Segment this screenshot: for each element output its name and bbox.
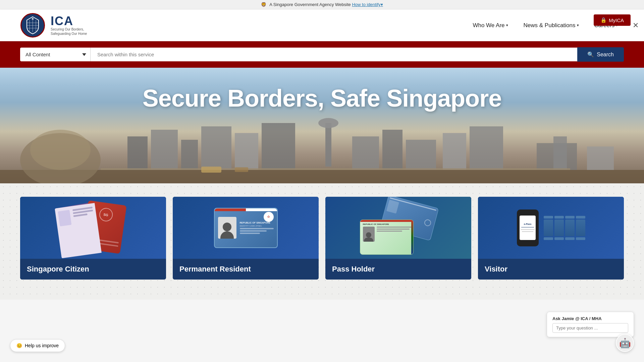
chatbot-bubble: Ask Jamie @ ICA / MHA [547,312,634,337]
close-button[interactable]: ✕ [631,20,641,31]
svg-rect-21 [382,130,402,170]
svg-rect-29 [201,167,221,173]
gov-banner-text: A Singapore Government Agency Website [269,2,351,7]
logo-tagline: Securing Our Borders, Safeguarding Our H… [51,27,87,36]
card-label-pr: Permanent Resident [173,259,319,280]
content-type-select[interactable]: All Content Services News FAQs [20,48,91,61]
svg-rect-14 [181,140,198,170]
chevron-down-icon: ▾ [577,23,579,27]
chatbot-widget: Ask Jamie @ ICA / MHA 🤖 [547,312,634,352]
card-singapore-citizen[interactable]: SG Singapor [20,197,166,280]
chevron-down-icon: ▾ [506,23,508,27]
svg-rect-26 [553,136,567,170]
search-icon: 🔍 [587,51,594,58]
card-permanent-resident[interactable]: ☆ REPUBLIC OF SINGAPORE IDENTITY CARD (P… [173,197,319,280]
svg-point-11 [30,130,91,170]
header: ICA ICA Securing Our Borders, Safeguardi… [0,9,644,41]
cards-section: SG Singapor [0,183,644,300]
svg-rect-9 [0,170,644,183]
card-image-citizen: SG [20,197,166,259]
epass-gates [544,216,585,240]
cards-grid: SG Singapor [20,197,624,280]
how-to-identify-link[interactable]: How to identify▾ [352,2,383,7]
svg-rect-27 [587,146,614,170]
svg-rect-28 [101,168,570,170]
svg-rect-18 [325,123,331,167]
search-input[interactable] [91,48,577,61]
smile-icon: 😊 [16,343,22,348]
epass-illustration: e-Pass [517,209,585,246]
lock-icon: 🔒 [600,17,607,23]
svg-rect-20 [352,136,379,170]
ic-illustration: ☆ REPUBLIC OF SINGAPORE IDENTITY CARD (P… [214,208,278,248]
card-label-passholder: Pass Holder [325,259,471,280]
logo[interactable]: ICA ICA Securing Our Borders, Safeguardi… [20,13,87,38]
hero-title: Secure Borders, Safe Singapore [143,84,501,112]
chatbot-input[interactable] [552,323,628,333]
logo-text: ICA Securing Our Borders, Safeguarding O… [51,15,87,36]
svg-rect-30 [235,167,248,172]
chatbot-title: Ask Jamie @ ICA / MHA [552,316,628,321]
feedback-button[interactable]: 😊 Help us improve [10,339,65,352]
svg-rect-23 [443,133,466,170]
svg-rect-24 [470,126,503,170]
pass-illustration: REPUBLIC OF SINGAPORE [360,201,437,255]
search-bar: All Content Services News FAQs 🔍 Search [0,41,644,68]
card-label-visitor: Visitor [478,259,624,280]
svg-rect-15 [201,126,231,170]
logo-ica-text: ICA [51,15,87,27]
card-image-visitor: e-Pass [478,197,624,259]
ica-logo-emblem: ICA [20,13,45,38]
search-button[interactable]: 🔍 Search [577,47,624,62]
svg-rect-12 [127,136,148,170]
chatbot-avatar[interactable]: 🤖 [616,334,634,352]
lion-icon: 🦁 [261,2,266,7]
gov-banner: 🦁 A Singapore Government Agency Website … [0,0,644,9]
epass-phone: e-Pass [517,209,539,246]
epass-screen: e-Pass [520,216,536,240]
card-visitor[interactable]: e-Pass [478,197,624,280]
svg-rect-13 [151,130,178,170]
svg-rect-22 [406,140,436,170]
hero-banner: Secure Borders, Safe Singapore [0,68,644,183]
hero-skyline [0,116,644,183]
svg-rect-17 [262,123,295,170]
nav-news-publications[interactable]: News & Publications ▾ [518,19,585,32]
card-label-citizen: Singapore Citizen [20,259,166,280]
myica-button[interactable]: 🔒 MyICA [594,14,631,26]
svg-point-19 [318,118,338,128]
passport-illustration: SG [56,203,130,253]
robot-icon: 🤖 [619,338,631,349]
card-pass-holder[interactable]: REPUBLIC OF SINGAPORE [325,197,471,280]
nav-who-we-are[interactable]: Who We Are ▾ [467,19,514,32]
card-image-passholder: REPUBLIC OF SINGAPORE [325,197,471,259]
svg-rect-16 [235,133,258,170]
card-image-pr: ☆ REPUBLIC OF SINGAPORE IDENTITY CARD (P… [173,197,319,259]
